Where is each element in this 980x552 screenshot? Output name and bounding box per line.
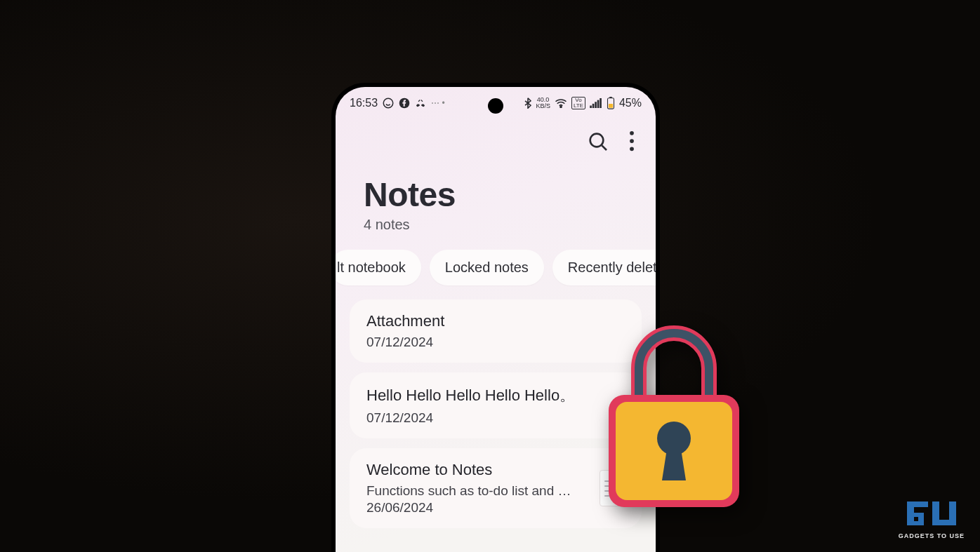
lock-icon [600, 312, 748, 516]
battery-icon [607, 97, 615, 109]
svg-point-14 [630, 139, 634, 143]
status-time: 16:53 [350, 97, 378, 109]
svg-point-0 [383, 98, 393, 108]
chip-locked-notes[interactable]: Locked notes [430, 250, 544, 285]
more-options-button[interactable] [629, 130, 635, 156]
note-title: Hello Hello Hello Hello Hello。 [366, 385, 625, 406]
whatsapp-icon [382, 97, 395, 109]
svg-rect-3 [590, 106, 592, 109]
vertical-dots-icon [629, 130, 635, 152]
more-notifications-icon: ⋯ • [431, 98, 445, 108]
page-header: Notes 4 notes [336, 156, 656, 233]
note-title: Attachment [366, 312, 625, 330]
note-item[interactable]: Attachment 07/12/2024 [350, 299, 642, 363]
note-item[interactable]: Welcome to Notes Functions such as to-do… [350, 448, 642, 528]
svg-point-15 [630, 147, 634, 151]
svg-rect-10 [609, 104, 613, 108]
note-date: 26/06/2024 [366, 500, 625, 516]
svg-rect-5 [595, 102, 597, 108]
chip-default-notebook[interactable]: lt notebook [336, 250, 421, 285]
page-title: Notes [364, 175, 656, 214]
search-button[interactable] [587, 130, 609, 156]
filter-chips-row[interactable]: lt notebook Locked notes Recently delete… [336, 233, 656, 299]
svg-line-12 [602, 145, 607, 150]
signal-strength-icon [590, 98, 602, 108]
note-date: 07/12/2024 [366, 335, 625, 350]
toolbar [336, 112, 656, 156]
notes-count: 4 notes [364, 217, 656, 233]
wifi-icon [555, 98, 567, 108]
facebook-icon [399, 97, 410, 109]
bluetooth-icon [524, 97, 531, 109]
svg-point-2 [560, 106, 562, 107]
battery-percentage: 45% [619, 97, 642, 109]
front-camera-punchhole [488, 98, 503, 114]
note-description: Functions such as to-do list and n… [366, 483, 577, 499]
svg-point-13 [630, 131, 634, 135]
note-item[interactable]: Hello Hello Hello Hello Hello。 07/12/202… [350, 372, 642, 438]
note-date: 07/12/2024 [366, 410, 625, 426]
volte-indicator: VoLTE [571, 97, 585, 109]
svg-point-11 [590, 134, 604, 147]
logo-caption: GADGETS TO USE [899, 532, 965, 539]
missed-call-icon [414, 97, 427, 109]
svg-rect-6 [597, 100, 600, 108]
note-title: Welcome to Notes [366, 461, 625, 479]
search-icon [587, 130, 609, 153]
svg-rect-7 [600, 98, 602, 108]
chip-recently-deleted[interactable]: Recently deleted [552, 250, 656, 285]
svg-rect-4 [592, 104, 595, 108]
gadgets-to-use-logo: GADGETS TO USE [899, 499, 965, 539]
network-speed-indicator: 40.0 KB/S [536, 97, 550, 109]
